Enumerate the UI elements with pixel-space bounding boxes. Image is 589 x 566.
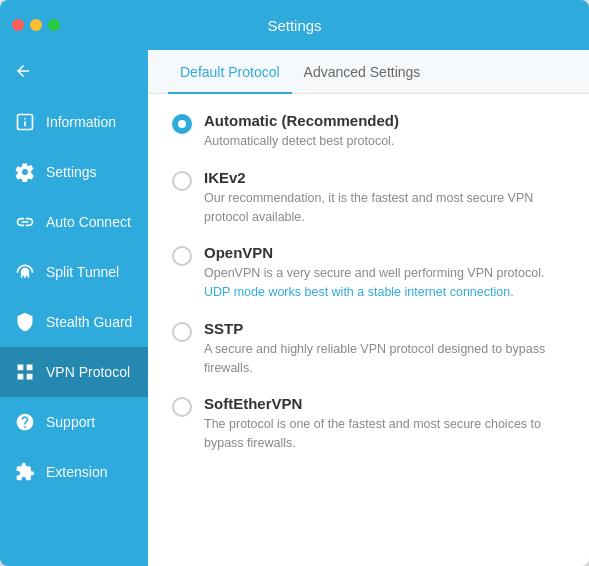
protocol-desc-openvpn-plain: OpenVPN is a very secure and well perfor… — [204, 264, 544, 302]
protocol-desc-automatic: Automatically detect best protocol. — [204, 132, 399, 151]
sidebar-label-stealth-guard: Stealth Guard — [46, 314, 132, 330]
sidebar: Information Settings Auto Connect — [0, 50, 148, 566]
protocol-info-automatic: Automatic (Recommended) Automatically de… — [204, 112, 399, 151]
protocol-name-openvpn: OpenVPN — [204, 244, 544, 261]
sidebar-item-support[interactable]: Support — [0, 397, 148, 447]
sidebar-label-split-tunnel: Split Tunnel — [46, 264, 119, 280]
titlebar: Settings — [0, 0, 589, 50]
radio-openvpn[interactable] — [172, 246, 192, 266]
grid-icon — [14, 361, 36, 383]
sidebar-item-stealth-guard[interactable]: Stealth Guard — [0, 297, 148, 347]
split-icon — [14, 261, 36, 283]
tab-default-protocol[interactable]: Default Protocol — [168, 50, 292, 94]
main-area: Information Settings Auto Connect — [0, 50, 589, 566]
sidebar-item-settings[interactable]: Settings — [0, 147, 148, 197]
sidebar-item-auto-connect[interactable]: Auto Connect — [0, 197, 148, 247]
back-button[interactable] — [0, 54, 148, 97]
protocol-openvpn[interactable]: OpenVPN OpenVPN is a very secure and wel… — [172, 244, 565, 302]
content-area: Default Protocol Advanced Settings Autom… — [148, 50, 589, 566]
sidebar-item-vpn-protocol[interactable]: VPN Protocol — [0, 347, 148, 397]
traffic-lights — [12, 19, 60, 31]
info-icon — [14, 111, 36, 133]
protocol-name-softether: SoftEtherVPN — [204, 395, 565, 412]
protocol-desc-sstp: A secure and highly reliable VPN protoco… — [204, 340, 565, 378]
tab-advanced-settings[interactable]: Advanced Settings — [292, 50, 433, 94]
maximize-button[interactable] — [48, 19, 60, 31]
protocol-automatic[interactable]: Automatic (Recommended) Automatically de… — [172, 112, 565, 151]
protocol-ikev2[interactable]: IKEv2 Our recommendation, it is the fast… — [172, 169, 565, 227]
sidebar-label-support: Support — [46, 414, 95, 430]
tab-bar: Default Protocol Advanced Settings — [148, 50, 589, 94]
protocol-desc-ikev2: Our recommendation, it is the fastest an… — [204, 189, 565, 227]
app-window: Settings Information Settings — [0, 0, 589, 566]
link-icon — [14, 211, 36, 233]
window-title: Settings — [267, 17, 321, 34]
radio-softether[interactable] — [172, 397, 192, 417]
support-icon — [14, 411, 36, 433]
minimize-button[interactable] — [30, 19, 42, 31]
sidebar-label-information: Information — [46, 114, 116, 130]
radio-automatic[interactable] — [172, 114, 192, 134]
shield-icon — [14, 311, 36, 333]
gear-icon — [14, 161, 36, 183]
protocol-name-automatic: Automatic (Recommended) — [204, 112, 399, 129]
sidebar-item-information[interactable]: Information — [0, 97, 148, 147]
sidebar-label-auto-connect: Auto Connect — [46, 214, 131, 230]
protocol-name-sstp: SSTP — [204, 320, 565, 337]
protocol-info-sstp: SSTP A secure and highly reliable VPN pr… — [204, 320, 565, 378]
sidebar-label-extension: Extension — [46, 464, 107, 480]
protocol-info-softether: SoftEtherVPN The protocol is one of the … — [204, 395, 565, 453]
sidebar-label-settings: Settings — [46, 164, 97, 180]
sidebar-item-extension[interactable]: Extension — [0, 447, 148, 497]
protocol-sstp[interactable]: SSTP A secure and highly reliable VPN pr… — [172, 320, 565, 378]
puzzle-icon — [14, 461, 36, 483]
radio-ikev2[interactable] — [172, 171, 192, 191]
close-button[interactable] — [12, 19, 24, 31]
sidebar-item-split-tunnel[interactable]: Split Tunnel — [0, 247, 148, 297]
radio-inner-automatic — [178, 120, 186, 128]
svg-point-2 — [24, 118, 26, 120]
protocol-info-openvpn: OpenVPN OpenVPN is a very secure and wel… — [204, 244, 544, 302]
sidebar-label-vpn-protocol: VPN Protocol — [46, 364, 130, 380]
protocol-name-ikev2: IKEv2 — [204, 169, 565, 186]
protocol-info-ikev2: IKEv2 Our recommendation, it is the fast… — [204, 169, 565, 227]
protocol-desc-softether: The protocol is one of the fastest and m… — [204, 415, 565, 453]
protocol-softether[interactable]: SoftEtherVPN The protocol is one of the … — [172, 395, 565, 453]
protocol-list: Automatic (Recommended) Automatically de… — [148, 94, 589, 566]
radio-sstp[interactable] — [172, 322, 192, 342]
